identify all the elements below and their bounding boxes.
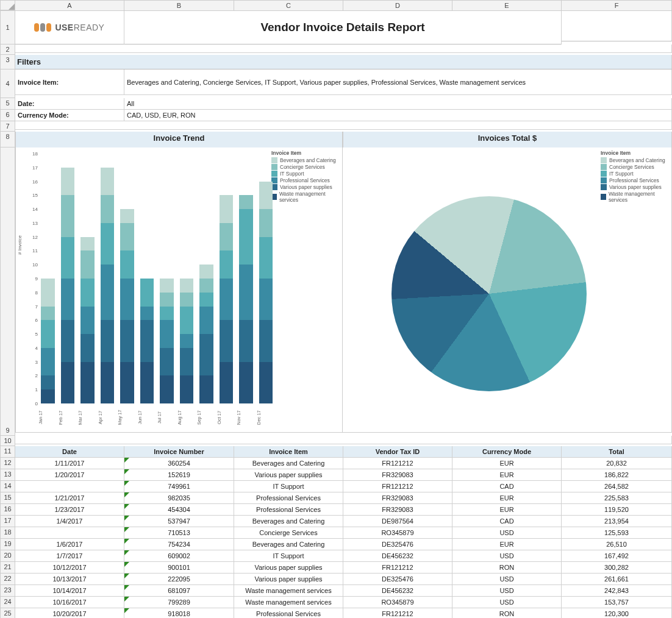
cell-currency-mode[interactable]: CAD [452, 516, 562, 527]
cell-date[interactable]: 1/11/2017 [15, 458, 124, 469]
cell-invoice-number[interactable]: 982035 [124, 492, 234, 504]
filter-value-date[interactable]: All [124, 98, 672, 110]
cell-total[interactable]: 213,954 [562, 516, 672, 527]
cell-vendor-tax-id[interactable]: FR329083 [343, 469, 452, 481]
cell-invoice-number[interactable]: 537947 [124, 516, 234, 527]
th-vendor-tax-id[interactable]: Vendor Tax ID [343, 446, 452, 458]
col-header-B[interactable]: B [124, 1, 234, 10]
select-all-corner[interactable] [1, 1, 15, 10]
row-header[interactable]: 20 [1, 550, 15, 562]
row-header-9[interactable]: 9 [1, 147, 15, 436]
cell-currency-mode[interactable]: USD [452, 574, 562, 585]
cell-vendor-tax-id[interactable]: DE987564 [343, 516, 452, 527]
row-header[interactable]: 24 [1, 597, 15, 608]
cell-invoice-number[interactable]: 681097 [124, 585, 234, 597]
row-header-8[interactable]: 8 [1, 132, 15, 147]
cell-vendor-tax-id[interactable]: FR121212 [343, 458, 452, 469]
cell-invoice-item[interactable]: Various paper supplies [234, 469, 343, 481]
cell-currency-mode[interactable]: EUR [452, 504, 562, 516]
cell-invoice-item[interactable]: Waste management services [234, 585, 343, 597]
cell-currency-mode[interactable]: USD [452, 585, 562, 597]
cell-invoice-item[interactable]: Various paper supplies [234, 574, 343, 585]
row-header-7[interactable]: 7 [1, 121, 15, 132]
filter-value-currency[interactable]: CAD, USD, EUR, RON [124, 110, 672, 121]
cell-currency-mode[interactable]: RON [452, 562, 562, 574]
cell-date[interactable]: 1/21/2017 [15, 492, 124, 504]
th-currency-mode[interactable]: Currency Mode [452, 446, 562, 458]
col-header-D[interactable]: D [343, 1, 452, 10]
th-invoice-item[interactable]: Invoice Item [234, 446, 343, 458]
row-header[interactable]: 17 [1, 516, 15, 527]
row-header-5[interactable]: 5 [1, 98, 15, 110]
col-header-C[interactable]: C [234, 1, 343, 10]
row-header[interactable]: 22 [1, 574, 15, 585]
cell-total[interactable]: 261,661 [562, 574, 672, 585]
cell-vendor-tax-id[interactable]: RO345879 [343, 597, 452, 608]
cell-invoice-item[interactable]: Beverages and Catering [234, 458, 343, 469]
row-header[interactable]: 18 [1, 527, 15, 539]
cell-invoice-number[interactable]: 609002 [124, 550, 234, 562]
col-header-E[interactable]: E [452, 1, 562, 10]
cell-invoice-item[interactable]: Beverages and Catering [234, 539, 343, 550]
cell-total[interactable]: 153,757 [562, 597, 672, 608]
row-header[interactable]: 12 [1, 458, 15, 469]
cell-total[interactable]: 242,843 [562, 585, 672, 597]
cell-currency-mode[interactable]: CAD [452, 481, 562, 492]
row-header-10[interactable]: 10 [1, 436, 15, 446]
cell-date[interactable] [15, 527, 124, 539]
cell-invoice-number[interactable]: 900101 [124, 562, 234, 574]
cell-invoice-item[interactable]: Beverages and Catering [234, 516, 343, 527]
cell-date[interactable]: 1/7/2017 [15, 550, 124, 562]
row-header[interactable]: 16 [1, 504, 15, 516]
row-header[interactable]: 15 [1, 492, 15, 504]
cell-date[interactable]: 1/6/2017 [15, 539, 124, 550]
cell-vendor-tax-id[interactable]: FR329083 [343, 492, 452, 504]
cell-vendor-tax-id[interactable]: DE456232 [343, 550, 452, 562]
row-header-1[interactable]: 1 [1, 11, 15, 44]
cell-currency-mode[interactable]: USD [452, 550, 562, 562]
cell-currency-mode[interactable]: EUR [452, 469, 562, 481]
th-invoice-number[interactable]: Invoice Number [124, 446, 234, 458]
cell-date[interactable]: 10/20/2017 [15, 608, 124, 618]
cell-invoice-number[interactable]: 152619 [124, 469, 234, 481]
row-header[interactable]: 21 [1, 562, 15, 574]
row-header[interactable]: 23 [1, 585, 15, 597]
cell-invoice-number[interactable]: 454304 [124, 504, 234, 516]
row-header[interactable]: 25 [1, 608, 15, 618]
th-date[interactable]: Date [15, 446, 124, 458]
cell-invoice-number[interactable]: 222095 [124, 574, 234, 585]
row-header-11[interactable]: 11 [1, 446, 15, 458]
cell-invoice-number[interactable]: 710513 [124, 527, 234, 539]
cell-total[interactable]: 167,492 [562, 550, 672, 562]
cell-date[interactable]: 1/23/2017 [15, 504, 124, 516]
cell-date[interactable] [15, 481, 124, 492]
col-header-F[interactable]: F [562, 1, 672, 10]
cell-total[interactable]: 119,520 [562, 504, 672, 516]
cell-total[interactable]: 264,582 [562, 481, 672, 492]
cell-vendor-tax-id[interactable]: FR121212 [343, 481, 452, 492]
cell-invoice-number[interactable]: 749961 [124, 481, 234, 492]
cell-total[interactable]: 300,282 [562, 562, 672, 574]
cell-invoice-number[interactable]: 360254 [124, 458, 234, 469]
cell-total[interactable]: 125,593 [562, 527, 672, 539]
cell-invoice-number[interactable]: 918018 [124, 608, 234, 618]
row-header-2[interactable]: 2 [1, 44, 15, 55]
cell-total[interactable]: 186,822 [562, 469, 672, 481]
cell-vendor-tax-id[interactable]: FR329083 [343, 504, 452, 516]
cell-vendor-tax-id[interactable]: FR121212 [343, 562, 452, 574]
row-header[interactable]: 13 [1, 469, 15, 481]
cell-vendor-tax-id[interactable]: DE325476 [343, 574, 452, 585]
cell-currency-mode[interactable]: EUR [452, 492, 562, 504]
col-header-A[interactable]: A [15, 1, 124, 10]
cell-invoice-item[interactable]: Professional Services [234, 608, 343, 618]
cell-date[interactable]: 1/20/2017 [15, 469, 124, 481]
cell-total[interactable]: 20,832 [562, 458, 672, 469]
row-header[interactable]: 14 [1, 481, 15, 492]
cell-invoice-item[interactable]: Professional Services [234, 492, 343, 504]
cell-date[interactable]: 10/12/2017 [15, 562, 124, 574]
cell-currency-mode[interactable]: EUR [452, 539, 562, 550]
cell-invoice-number[interactable]: 754234 [124, 539, 234, 550]
cell-currency-mode[interactable]: RON [452, 608, 562, 618]
cell-total[interactable]: 120,300 [562, 608, 672, 618]
cell-invoice-item[interactable]: Professional Services [234, 504, 343, 516]
